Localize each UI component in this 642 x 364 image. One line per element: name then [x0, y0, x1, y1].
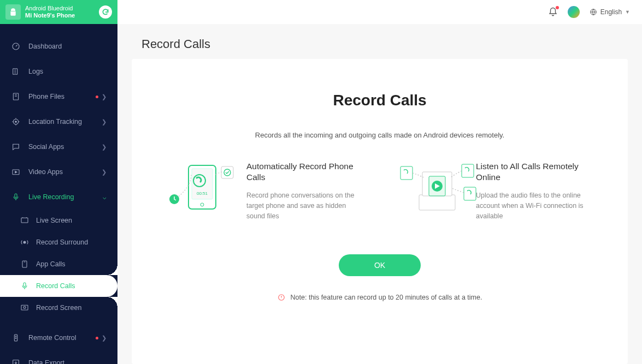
sub-record-surround[interactable]: Record Surround — [0, 231, 117, 253]
feature-auto-record: 00:51 Automatically Record Phone Calls R… — [167, 161, 363, 222]
nav-label: Logs — [28, 68, 107, 75]
nav-dashboard[interactable]: Dashboard — [0, 34, 117, 59]
chevron-right-icon: ❯ — [102, 118, 107, 126]
nav-label: Record Screen — [36, 304, 81, 312]
device-info: Android Bluedroid Mi Note9's Phone — [25, 5, 99, 19]
card-subtitle: Records all the incoming and outgoing ca… — [154, 131, 606, 139]
nav-label: Video Apps — [28, 168, 102, 176]
notification-dot — [556, 6, 559, 9]
nav-label: Phone Files — [28, 93, 96, 100]
svg-rect-26 — [419, 195, 455, 210]
svg-rect-31 — [462, 164, 474, 177]
svg-point-4 — [15, 121, 17, 123]
device-header[interactable]: Android Bluedroid Mi Note9's Phone — [0, 0, 117, 24]
chevron-right-icon: ❯ — [102, 335, 107, 342]
nav-phone-files[interactable]: Phone Files ❯ — [0, 84, 117, 109]
language-selector[interactable]: English ▼ — [590, 8, 630, 16]
globe-avatar-icon[interactable] — [568, 6, 580, 18]
nav-label: App Calls — [36, 260, 66, 268]
svg-text:00:51: 00:51 — [197, 191, 208, 196]
svg-point-15 — [15, 338, 16, 338]
nav-label: Record Calls — [36, 282, 75, 290]
sub-app-calls[interactable]: App Calls — [0, 253, 117, 275]
logs-icon — [11, 67, 21, 76]
sub-record-calls[interactable]: Record Calls — [0, 275, 117, 297]
nav-label: Remote Control — [28, 334, 96, 342]
phone-app-icon — [20, 259, 30, 269]
nav-remote-control[interactable]: Remote Control ❯ — [0, 325, 117, 350]
svg-point-8 — [23, 241, 26, 243]
nav-data-export[interactable]: Data Export — [0, 350, 117, 364]
phone-record-illustration: 00:51 — [167, 161, 238, 216]
sub-record-screen[interactable]: Record Screen — [0, 297, 117, 319]
chevron-right-icon: ❯ — [102, 93, 107, 100]
record-calls-icon — [20, 281, 30, 291]
nav-social[interactable]: Social Apps ❯ — [0, 134, 117, 159]
svg-point-14 — [15, 336, 16, 337]
surround-icon — [20, 237, 30, 247]
record-screen-icon — [20, 303, 30, 313]
globe-icon — [590, 8, 597, 16]
feature-title: Automatically Record Phone Calls — [246, 161, 363, 183]
nav-label: Data Export — [28, 359, 107, 364]
svg-rect-24 — [221, 166, 233, 178]
topbar: English ▼ — [117, 0, 642, 24]
nav-label: Social Apps — [28, 143, 102, 151]
android-icon — [5, 4, 21, 20]
content-card: Record Calls Records all the incoming an… — [132, 59, 628, 364]
svg-rect-30 — [400, 166, 413, 180]
warning-icon — [278, 294, 285, 301]
feature-title: Listen to All Calls Remotely Online — [476, 161, 593, 183]
target-icon — [11, 117, 21, 127]
sync-icon[interactable] — [99, 5, 112, 19]
svg-rect-10 — [23, 283, 26, 287]
card-title: Record Calls — [154, 92, 606, 109]
main: English ▼ Record Calls Record Calls Reco… — [117, 0, 642, 364]
caret-down-icon: ▼ — [625, 9, 630, 15]
device-subname: Mi Note9's Phone — [25, 12, 99, 19]
nav-label: Location Tracking — [28, 118, 102, 126]
feature-desc: Record phone conversations on the target… — [246, 190, 363, 221]
nav-label: Live Recording — [28, 193, 103, 201]
export-icon — [11, 358, 21, 364]
language-label: English — [600, 8, 622, 16]
svg-rect-7 — [21, 218, 28, 223]
svg-rect-11 — [21, 305, 28, 310]
svg-rect-32 — [464, 187, 476, 200]
files-icon — [11, 92, 21, 102]
nav-label: Dashboard — [28, 43, 107, 50]
note-row: Note: this feature can record up to 20 m… — [154, 294, 606, 301]
sub-live-screen[interactable]: Live Screen — [0, 210, 117, 231]
feature-listen-online: Listen to All Calls Remotely Online Uplo… — [396, 161, 593, 222]
gauge-icon — [11, 41, 21, 51]
notifications-button[interactable] — [548, 7, 558, 17]
nav: Dashboard Logs Phone Files ❯ Location Tr… — [0, 24, 117, 364]
nav-live-recording[interactable]: Live Recording ⌵ — [0, 184, 117, 210]
chevron-down-icon: ⌵ — [103, 194, 107, 201]
nav-label: Live Screen — [36, 217, 72, 224]
feature-desc: Upload the audio files to the online acc… — [476, 190, 593, 221]
chat-icon — [11, 142, 21, 152]
nav-location[interactable]: Location Tracking ❯ — [0, 109, 117, 134]
svg-rect-2 — [13, 93, 18, 100]
page-title: Record Calls — [117, 24, 642, 59]
video-apps-icon — [11, 167, 21, 177]
features-row: 00:51 Automatically Record Phone Calls R… — [154, 161, 606, 222]
notification-dot — [96, 337, 98, 339]
svg-rect-6 — [15, 194, 17, 198]
remote-icon — [11, 333, 21, 343]
svg-point-12 — [23, 306, 26, 308]
note-text: Note: this feature can record up to 20 m… — [291, 294, 482, 301]
nav-logs[interactable]: Logs — [0, 59, 117, 84]
nav-label: Record Surround — [36, 238, 88, 246]
sidebar: Android Bluedroid Mi Note9's Phone Dashb… — [0, 0, 117, 364]
ok-button[interactable]: OK — [339, 254, 421, 276]
upload-listen-illustration — [396, 161, 467, 216]
device-name: Android Bluedroid — [25, 5, 99, 12]
chevron-right-icon: ❯ — [102, 144, 107, 151]
screen-icon — [20, 216, 30, 225]
nav-video[interactable]: Video Apps ❯ — [0, 159, 117, 184]
chevron-right-icon: ❯ — [102, 169, 107, 176]
notification-dot — [96, 96, 98, 98]
mic-icon — [11, 192, 21, 202]
